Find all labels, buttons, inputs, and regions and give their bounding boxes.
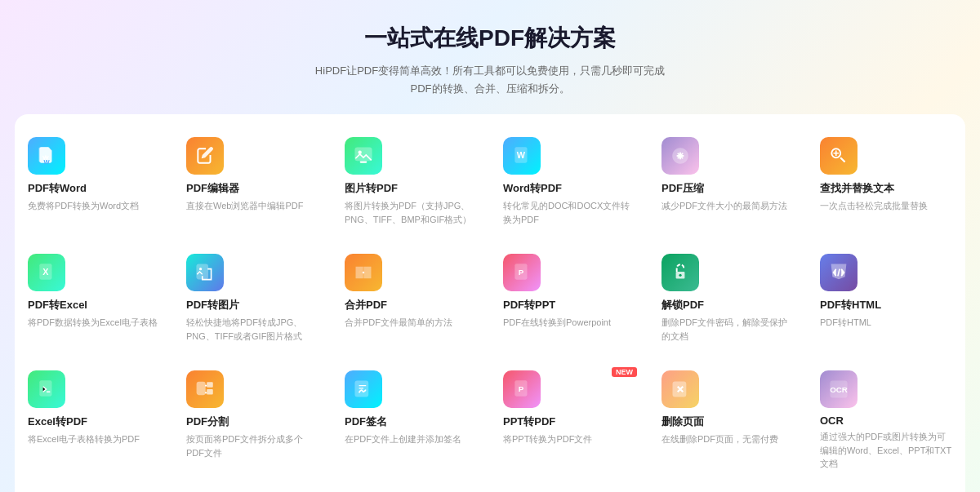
tool-item-pdf-to-word[interactable]: W PDF转Word 免费将PDF转换为Word文档 xyxy=(15,122,173,239)
tool-icon-pdf-editor xyxy=(186,137,224,175)
tool-item-pdf-sign[interactable]: PDF签名 在PDF文件上创建并添加签名 xyxy=(332,356,490,484)
tool-item-pdf-page-sort[interactable]: PDF页面排序 通过拖拽页面按照您要重新排序PDF页面 xyxy=(490,484,648,492)
tool-item-excel-to-pdf[interactable]: Excel转PDF 将Excel电子表格转换为PDF xyxy=(15,356,173,484)
tool-title-pdf-compress: PDF压缩 xyxy=(662,181,794,196)
tool-item-ocr[interactable]: OCR OCR 通过强大的PDF或图片转换为可编辑的Word、Excel、PPT… xyxy=(807,356,965,484)
tool-icon-pdf-compress xyxy=(662,137,699,175)
tool-title-merge-pdf: 合并PDF xyxy=(345,298,477,312)
tool-item-pdf-to-dxf[interactable]: NEW DXF PDF转DXF 轻松快速地将PDF转换为DXF格式 xyxy=(807,484,965,492)
tool-title-pdf-to-html: PDF转HTML xyxy=(820,298,952,312)
tool-title-ocr: OCR xyxy=(820,414,952,427)
tool-item-encrypt-pdf[interactable]: 加密PDF 用密码加密您的PDF xyxy=(173,484,332,492)
tool-item-merge-pdf[interactable]: 合并PDF 合并PDF文件最简单的方法 xyxy=(332,239,490,356)
tool-desc-find-replace: 一次点击轻松完成批量替换 xyxy=(820,199,952,213)
svg-rect-17 xyxy=(197,383,205,395)
svg-text:OCR: OCR xyxy=(830,386,848,395)
tool-icon-delete-pages xyxy=(662,370,699,408)
tool-desc-pdf-to-image: 轻松快捷地将PDF转成JPG、PNG、TIFF或者GIF图片格式 xyxy=(186,316,318,343)
tool-desc-pdf-to-word: 免费将PDF转换为Word文档 xyxy=(28,199,160,213)
tool-desc-word-to-pdf: 转化常见的DOC和DOCX文件转换为PDF xyxy=(503,199,635,226)
tool-desc-pdf-split: 按页面将PDF文件拆分成多个PDF文件 xyxy=(186,432,318,459)
svg-point-15 xyxy=(679,274,681,277)
tool-title-pdf-editor: PDF编辑器 xyxy=(186,181,318,196)
tool-desc-image-to-pdf: 将图片转换为PDF（支持JPG、PNG、TIFF、BMP和GIF格式） xyxy=(345,199,477,226)
tool-icon-pdf-split xyxy=(186,370,224,408)
tool-desc-ocr: 通过强大的PDF或图片转换为可编辑的Word、Excel、PPT和TXT文档 xyxy=(820,430,952,471)
tool-desc-delete-pages: 在线删除PDF页面，无需付费 xyxy=(662,432,794,446)
tool-item-crop-pdf[interactable]: 裁剪PDF 将PDF裁剪到自定义范围、调整边距和大小 xyxy=(332,484,490,492)
tool-desc-merge-pdf: 合并PDF文件最简单的方法 xyxy=(345,316,477,330)
tool-title-excel-to-pdf: Excel转PDF xyxy=(28,414,160,429)
tool-title-find-replace: 查找并替换文本 xyxy=(820,181,952,196)
svg-text:X: X xyxy=(42,267,49,277)
tool-title-word-to-pdf: Word转PDF xyxy=(503,181,635,196)
badge-new: NEW xyxy=(612,367,637,377)
tool-icon-pdf-to-excel: X xyxy=(28,254,65,291)
tool-icon-pdf-to-word: W xyxy=(28,137,65,175)
tool-icon-pdf-to-image xyxy=(186,254,224,291)
tool-item-pdf-to-html[interactable]: PDF转HTML PDF转HTML xyxy=(807,239,965,356)
tool-title-pdf-to-excel: PDF转Excel xyxy=(28,298,160,312)
tool-item-word-to-pdf[interactable]: W Word转PDF 转化常见的DOC和DOCX文件转换为PDF xyxy=(490,122,648,239)
tool-icon-ocr: OCR xyxy=(820,370,858,408)
tool-item-pdf-to-pages[interactable]: PDF转PAGES 轻松快速地将PDF转换为Pages格式 xyxy=(648,484,807,492)
tool-title-ppt-to-pdf: PPT转PDF xyxy=(503,414,635,429)
tool-icon-ppt-to-pdf: P xyxy=(503,370,541,408)
tool-desc-unlock-pdf: 删除PDF文件密码，解除受保护的文档 xyxy=(662,316,794,343)
tool-desc-pdf-editor: 直接在Web浏览器中编辑PDF xyxy=(186,199,318,213)
tool-icon-find-replace xyxy=(820,137,858,175)
tool-item-pdf-to-ppt[interactable]: P PDF转PPT PDF在线转换到Powerpoint xyxy=(490,239,648,356)
tool-icon-word-to-pdf: W xyxy=(503,137,541,175)
page-subtitle: HiPDF让PDF变得简单高效！所有工具都可以免费使用，只需几秒即可完成 PDF… xyxy=(0,62,980,98)
tool-item-find-replace[interactable]: 查找并替换文本 一次点击轻松完成批量替换 xyxy=(807,122,965,239)
tool-title-unlock-pdf: 解锁PDF xyxy=(662,298,794,312)
svg-text:P: P xyxy=(519,384,524,393)
svg-point-11 xyxy=(199,268,202,270)
tool-item-pdf-to-excel[interactable]: X PDF转Excel 将PDF数据转换为Excel电子表格 xyxy=(15,239,173,356)
tool-item-pdf-split[interactable]: PDF分割 按页面将PDF文件拆分成多个PDF文件 xyxy=(173,356,332,484)
svg-text:P: P xyxy=(519,268,524,277)
svg-rect-4 xyxy=(360,162,368,163)
tool-icon-excel-to-pdf xyxy=(28,370,65,408)
tool-desc-pdf-compress: 减少PDF文件大小的最简易方法 xyxy=(662,199,794,213)
tool-title-pdf-sign: PDF签名 xyxy=(345,414,477,429)
tool-item-unlock-pdf[interactable]: 解锁PDF 删除PDF文件密码，解除受保护的文档 xyxy=(648,239,807,356)
tool-icon-image-to-pdf xyxy=(345,137,382,175)
tool-icon-merge-pdf xyxy=(345,254,382,291)
tool-desc-excel-to-pdf: 将Excel电子表格转换为PDF xyxy=(28,432,160,446)
tool-item-image-to-pdf[interactable]: 图片转PDF 将图片转换为PDF（支持JPG、PNG、TIFF、BMP和GIF格… xyxy=(332,122,490,239)
tool-title-pdf-to-ppt: PDF转PPT xyxy=(503,298,635,312)
tool-desc-pdf-to-excel: 将PDF数据转换为Excel电子表格 xyxy=(28,316,160,330)
page-title: 一站式在线PDF解决方案 xyxy=(0,23,980,54)
svg-rect-18 xyxy=(207,383,213,388)
tools-grid: W PDF转Word 免费将PDF转换为Word文档 PDF编辑器 直接在Web… xyxy=(15,122,965,492)
tool-title-pdf-to-word: PDF转Word xyxy=(28,181,160,196)
tool-item-ppt-to-pdf[interactable]: NEW P PPT转PDF 将PPT转换为PDF文件 xyxy=(490,356,648,484)
svg-rect-19 xyxy=(207,389,213,395)
svg-text:W: W xyxy=(517,150,526,160)
tool-title-pdf-to-image: PDF转图片 xyxy=(186,298,318,312)
tool-title-image-to-pdf: 图片转PDF xyxy=(345,181,477,196)
tools-container: W PDF转Word 免费将PDF转换为Word文档 PDF编辑器 直接在Web… xyxy=(15,114,965,492)
tool-title-delete-pages: 删除页面 xyxy=(662,414,794,429)
tool-icon-pdf-to-html xyxy=(820,254,858,291)
tool-desc-ppt-to-pdf: 将PPT转换为PDF文件 xyxy=(503,432,635,446)
tool-icon-unlock-pdf xyxy=(662,254,699,291)
tool-desc-pdf-sign: 在PDF文件上创建并添加签名 xyxy=(345,432,477,446)
tool-item-compress-image[interactable]: 压缩图片 在不牺牲质量的前提下压缩图片尺寸 xyxy=(15,484,173,492)
tool-desc-pdf-to-ppt: PDF在线转换到Powerpoint xyxy=(503,316,635,330)
tool-icon-pdf-to-ppt: P xyxy=(503,254,541,291)
tool-title-pdf-split: PDF分割 xyxy=(186,414,318,429)
tool-item-delete-pages[interactable]: 删除页面 在线删除PDF页面，无需付费 xyxy=(648,356,807,484)
tool-desc-pdf-to-html: PDF转HTML xyxy=(820,316,952,330)
tool-item-pdf-to-image[interactable]: PDF转图片 轻松快捷地将PDF转成JPG、PNG、TIFF或者GIF图片格式 xyxy=(173,239,332,356)
tool-item-pdf-compress[interactable]: PDF压缩 减少PDF文件大小的最简易方法 xyxy=(648,122,807,239)
page-header: 一站式在线PDF解决方案 HiPDF让PDF变得简单高效！所有工具都可以免费使用… xyxy=(0,0,980,114)
svg-text:W: W xyxy=(43,158,50,166)
tool-icon-pdf-sign xyxy=(345,370,382,408)
tool-item-pdf-editor[interactable]: PDF编辑器 直接在Web浏览器中编辑PDF xyxy=(173,122,332,239)
